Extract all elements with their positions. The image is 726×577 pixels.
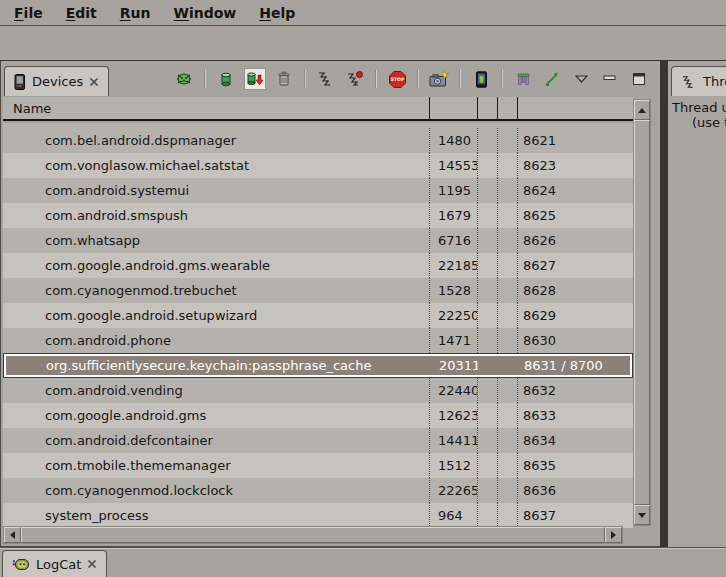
update-heap-icon[interactable] (215, 68, 237, 90)
phone-icon (14, 74, 26, 90)
close-icon[interactable] (89, 77, 99, 87)
table-row[interactable]: com.whatsapp 6716 8626 (3, 228, 633, 253)
table-row[interactable]: com.google.android.setupwizard 22250 862… (3, 303, 633, 328)
empty-cell (478, 354, 498, 377)
process-name-cell: com.bel.android.dspmanager (3, 128, 429, 153)
process-port-cell: 8628 (517, 278, 633, 303)
table-header: Name (3, 97, 633, 121)
close-icon[interactable] (87, 559, 97, 569)
method-profiling-icon[interactable] (512, 68, 534, 90)
devices-view: Devices (0, 60, 660, 547)
process-pid-cell: 14553 (429, 153, 477, 178)
column-header-pid[interactable] (429, 97, 477, 119)
empty-cell (477, 453, 497, 478)
logcat-icon (12, 557, 30, 571)
process-name-cell: com.android.defcontainer (3, 428, 429, 453)
devices-toolbar: STOP (173, 65, 650, 93)
process-port-cell: 8629 (517, 303, 633, 328)
process-name-cell: com.android.systemui (3, 178, 429, 203)
column-header-spacer2[interactable] (497, 97, 517, 119)
maximize-icon[interactable] (628, 68, 650, 90)
empty-cell (497, 378, 517, 403)
process-pid-cell: 6716 (429, 228, 477, 253)
stop-process-icon[interactable]: STOP (386, 68, 408, 90)
threads-panel-content: Thread updates not enabled for selected … (670, 97, 726, 544)
column-header-name[interactable]: Name (3, 97, 429, 119)
table-row[interactable]: com.google.android.gms.wearable 22185 86… (3, 253, 633, 278)
process-port-cell: 8623 (517, 153, 633, 178)
threads-message-line2: (use toolbar button to enable) (670, 115, 726, 130)
update-threads-alert-icon[interactable] (344, 68, 366, 90)
menu-run[interactable]: Run (117, 4, 154, 22)
right-arrow-icon (611, 531, 616, 539)
empty-cell (477, 303, 497, 328)
process-pid-cell: 1512 (429, 453, 477, 478)
threads-icon (681, 75, 697, 89)
table-row[interactable]: com.android.phone 1471 8630 (3, 328, 633, 353)
toolbar-separator (304, 70, 306, 88)
table-row[interactable]: com.vonglasow.michael.satstat 14553 8623 (3, 153, 633, 178)
cause-gc-icon[interactable] (273, 68, 295, 90)
tab-logcat-label: LogCat (36, 557, 81, 572)
debug-icon[interactable] (173, 68, 195, 90)
table-row[interactable]: com.tmobile.thememanager 1512 8635 (3, 453, 633, 478)
menu-edit[interactable]: Edit (63, 4, 100, 22)
horizontal-scrollbar[interactable] (3, 526, 623, 544)
svg-text:STOP: STOP (390, 77, 404, 82)
scroll-down-button[interactable] (634, 505, 650, 525)
horizontal-scrollbar-thumb[interactable] (21, 527, 605, 543)
table-row[interactable]: com.bel.android.dspmanager 1480 8621 (3, 128, 633, 153)
process-pid-cell: 14411 (429, 428, 477, 453)
table-row[interactable]: com.android.systemui 1195 8624 (3, 178, 633, 203)
view-menu-icon[interactable] (570, 68, 592, 90)
update-threads-icon[interactable] (315, 68, 337, 90)
empty-toolbar-strip (0, 27, 726, 60)
toolbar-separator (417, 70, 419, 88)
toolbar-separator (459, 70, 461, 88)
panel-divider[interactable] (660, 60, 668, 547)
menu-help[interactable]: Help (256, 4, 298, 22)
main-area: Devices (0, 60, 726, 547)
table-row[interactable]: com.android.smspush 1679 8625 (3, 203, 633, 228)
tab-threads[interactable]: Threads (671, 66, 726, 96)
screen-capture-icon[interactable] (428, 68, 450, 90)
process-port-cell: 8632 (517, 378, 633, 403)
vertical-scrollbar-thumb[interactable] (634, 120, 650, 505)
empty-cell (477, 253, 497, 278)
network-stats-icon[interactable] (541, 68, 563, 90)
tab-logcat[interactable]: LogCat (2, 550, 107, 577)
process-name-cell: com.android.phone (3, 328, 429, 353)
threads-message-line1: Thread updates not enabled for selected … (670, 97, 726, 115)
column-header-port[interactable] (517, 97, 633, 119)
table-row[interactable]: com.android.vending 22440 8632 (3, 378, 633, 403)
process-name-cell: com.android.smspush (3, 203, 429, 228)
empty-cell (477, 178, 497, 203)
table-row[interactable]: com.android.defcontainer 14411 8634 (3, 428, 633, 453)
empty-cell (477, 428, 497, 453)
process-pid-cell: 1679 (429, 203, 477, 228)
table-row[interactable]: com.google.android.gms 12623 8633 (3, 403, 633, 428)
table-row[interactable]: com.cyanogenmod.lockclock 22265 8636 (3, 478, 633, 503)
scroll-right-button[interactable] (605, 527, 622, 543)
scroll-left-button[interactable] (4, 527, 21, 543)
toolbar-separator (204, 70, 206, 88)
device-view-icon[interactable] (470, 68, 492, 90)
empty-cell (497, 453, 517, 478)
process-port-cell: 8631 / 8700 (518, 354, 632, 377)
process-port-cell: 8630 (517, 328, 633, 353)
tab-devices[interactable]: Devices (4, 66, 109, 96)
table-row[interactable]: org.sufficientlysecure.keychain:passphra… (3, 353, 633, 378)
empty-cell (497, 403, 517, 428)
menu-file[interactable]: File (11, 4, 46, 22)
menu-window[interactable]: Window (170, 4, 239, 22)
dump-hprof-icon[interactable] (244, 68, 266, 90)
tab-devices-label: Devices (32, 74, 83, 89)
vertical-scrollbar[interactable] (633, 99, 651, 526)
table-row[interactable]: system_process 964 8637 (3, 503, 633, 528)
empty-cell (477, 203, 497, 228)
column-header-spacer1[interactable] (477, 97, 497, 119)
table-row[interactable]: com.cyanogenmod.trebuchet 1528 8628 (3, 278, 633, 303)
minimize-icon[interactable] (599, 68, 621, 90)
scroll-up-button[interactable] (634, 100, 650, 120)
process-name-cell: com.cyanogenmod.lockclock (3, 478, 429, 503)
